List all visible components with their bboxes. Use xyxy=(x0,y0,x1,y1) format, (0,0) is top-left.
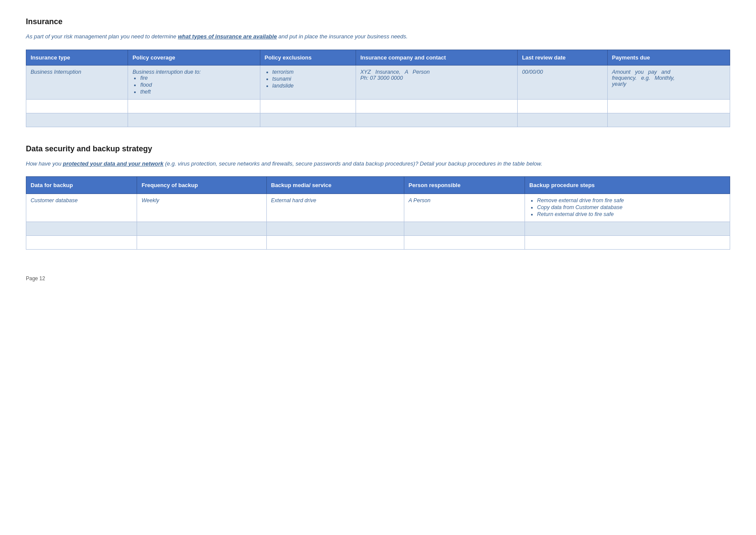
col-data-backup: Data for backup xyxy=(26,177,137,194)
step-item: Remove external drive from fire safe xyxy=(537,197,725,203)
cell-empty xyxy=(518,99,608,113)
data-security-section: Data security and backup strategy How ha… xyxy=(26,144,730,250)
coverage-item: flood xyxy=(140,82,255,88)
cell-steps-1: Remove external drive from fire safe Cop… xyxy=(525,194,730,222)
intro-plain2: How have you xyxy=(26,160,63,167)
exclusion-item: tsunami xyxy=(272,76,351,82)
cell-empty xyxy=(607,113,730,127)
intro-after2: (e.g. virus protection, secure networks … xyxy=(163,160,542,167)
insurance-table-header-row: Insurance type Policy coverage Policy ex… xyxy=(26,50,730,65)
coverage-item: theft xyxy=(140,89,255,95)
col-payments-due: Payments due xyxy=(607,50,730,65)
col-policy-exclusions: Policy exclusions xyxy=(260,50,356,65)
cell-freq-1: Weekly xyxy=(137,194,266,222)
cell-empty xyxy=(137,222,266,236)
intro-link: what types of insurance are available xyxy=(178,33,277,40)
backup-row-2 xyxy=(26,222,730,236)
exclusion-item: terrorism xyxy=(272,69,351,75)
cell-empty xyxy=(607,99,730,113)
col-person-responsible: Person responsible xyxy=(404,177,525,194)
coverage-item: fire xyxy=(140,75,255,81)
cell-empty xyxy=(525,236,730,250)
cell-empty xyxy=(260,113,356,127)
insurance-title: Insurance xyxy=(26,17,730,26)
step-item: Copy data from Customer database xyxy=(537,204,725,210)
col-backup-media: Backup media/ service xyxy=(266,177,404,194)
insurance-row-3 xyxy=(26,113,730,127)
insurance-row-1: Business Interruption Business interrupt… xyxy=(26,65,730,99)
col-frequency: Frequency of backup xyxy=(137,177,266,194)
cell-empty xyxy=(26,99,128,113)
insurance-table: Insurance type Policy coverage Policy ex… xyxy=(26,50,730,127)
cell-empty xyxy=(128,99,260,113)
page-number: Page 12 xyxy=(26,275,730,282)
insurance-row-2 xyxy=(26,99,730,113)
cell-person-1: A Person xyxy=(404,194,525,222)
data-security-intro: How have you protected your data and you… xyxy=(26,160,730,168)
cell-empty xyxy=(525,222,730,236)
cell-media-1: External hard drive xyxy=(266,194,404,222)
intro-after: and put in place the insurance your busi… xyxy=(277,33,408,40)
data-security-title: Data security and backup strategy xyxy=(26,144,730,153)
intro-link2: protected your data and your network xyxy=(63,160,163,167)
backup-row-1: Customer database Weekly External hard d… xyxy=(26,194,730,222)
cell-type-1: Business Interruption xyxy=(26,65,128,99)
cell-empty xyxy=(266,222,404,236)
step-item: Return external drive to fire safe xyxy=(537,211,725,217)
cell-contact-1: XYZ Insurance, A PersonPh: 07 3000 0000 xyxy=(356,65,518,99)
cell-empty xyxy=(518,113,608,127)
cell-empty xyxy=(128,113,260,127)
backup-table-header-row: Data for backup Frequency of backup Back… xyxy=(26,177,730,194)
cell-empty xyxy=(26,236,137,250)
intro-plain: As part of your risk management plan you… xyxy=(26,33,178,40)
insurance-intro: As part of your risk management plan you… xyxy=(26,32,730,41)
cell-empty xyxy=(404,236,525,250)
cell-empty xyxy=(356,99,518,113)
col-policy-coverage: Policy coverage xyxy=(128,50,260,65)
cell-empty xyxy=(356,113,518,127)
cell-empty xyxy=(26,222,137,236)
col-backup-steps: Backup procedure steps xyxy=(525,177,730,194)
page-content: Insurance As part of your risk managemen… xyxy=(26,17,730,282)
cell-review-1: 00/00/00 xyxy=(518,65,608,99)
insurance-section: Insurance As part of your risk managemen… xyxy=(26,17,730,127)
cell-empty xyxy=(404,222,525,236)
cell-empty xyxy=(266,236,404,250)
cell-payments-1: Amount you pay andfrequency. e.g. Monthl… xyxy=(607,65,730,99)
col-last-review: Last review date xyxy=(518,50,608,65)
col-insurance-company: Insurance company and contact xyxy=(356,50,518,65)
exclusion-item: landslide xyxy=(272,83,351,89)
cell-data-1: Customer database xyxy=(26,194,137,222)
cell-empty xyxy=(137,236,266,250)
cell-empty xyxy=(26,113,128,127)
cell-exclusions-1: terrorism tsunami landslide xyxy=(260,65,356,99)
col-insurance-type: Insurance type xyxy=(26,50,128,65)
cell-coverage-1: Business interruption due to: fire flood… xyxy=(128,65,260,99)
cell-empty xyxy=(260,99,356,113)
backup-table: Data for backup Frequency of backup Back… xyxy=(26,176,730,250)
backup-row-3 xyxy=(26,236,730,250)
